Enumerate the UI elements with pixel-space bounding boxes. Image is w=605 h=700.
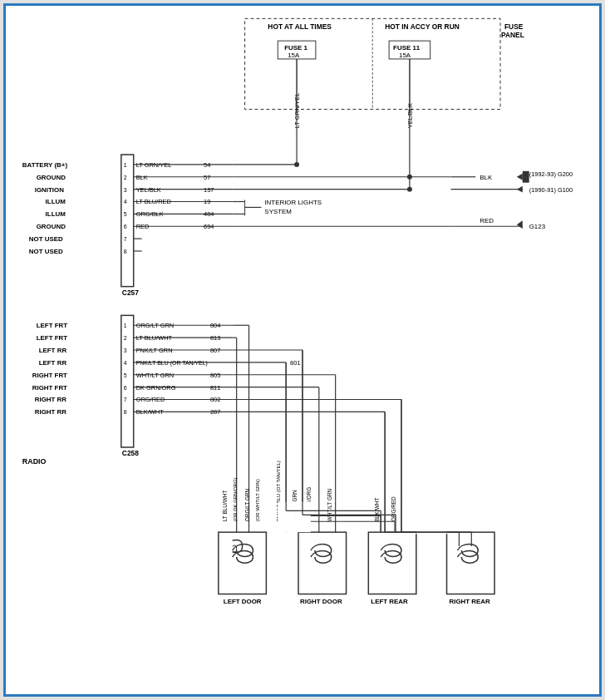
c258-pin3-id: 807 [210,347,220,354]
right-door-label: RIGHT DOOR [300,598,342,605]
left-rr1-label: LEFT RR [39,347,67,354]
fuse11-label: FUSE 11 [393,44,421,52]
right-rr2-label: RIGHT RR [35,408,67,416]
c258-pin8-wire: BLK/WHT [136,408,164,416]
diagram-border: HOT AT ALL TIMES HOT IN ACCY OR RUN FUSE… [3,3,602,697]
svg-text:7: 7 [124,397,127,402]
c258-pin7-wire: ORG/RED [136,396,165,403]
right-rr1-label: RIGHT RR [35,396,67,403]
svg-text:6: 6 [124,385,127,391]
illum2-label: ILLUM [46,210,66,218]
right-rear-wire1: BLK/WHT [374,498,380,522]
left-door-wire2b: (OR WHT/LT GRN) [255,479,260,521]
fuse-panel-label: FUSE [504,22,524,31]
g123-label: G123 [529,223,546,230]
c258-pin4-id: 801 [290,359,300,367]
right-frt1-label: RIGHT FRT [32,372,67,379]
pin4-id: 19 [204,198,210,205]
blk-wire-label: BLK [480,174,493,181]
svg-text:3: 3 [124,187,127,193]
svg-text:5: 5 [124,372,127,378]
right-door-wire2: WHT/LT GRN [327,488,332,521]
battery-label: BATTERY (B+) [22,161,68,169]
pin1-wire: LT GRN/YEL [136,161,172,169]
c258-pin6-wire: DK GRN/ORG [136,384,176,392]
c258-pin1-id: 804 [210,322,220,329]
c258-pin2-wire: LT BLU/WHT [136,334,173,342]
pin5-id: 484 [204,210,214,218]
c258-pin4-wire: PNK/LT BLU (OR TAN/YEL) [136,360,208,367]
not-used1-label: NOT USED [29,235,63,243]
svg-text:1: 1 [124,323,127,328]
interior-lights-label: INTERIOR LIGHTS [264,199,322,206]
svg-text:2: 2 [124,335,127,341]
c258-pin6-id: 811 [210,384,220,392]
left-door-label: LEFT DOOR [224,598,262,605]
pin2-wire: BLK [136,174,148,181]
fuse1-label: FUSE 1 [284,44,307,52]
svg-rect-31 [523,171,529,183]
pin6-id: 694 [204,223,214,230]
c258-pin3-wire: PNK/LT GRN [136,347,173,354]
c258-pin5-wire: WHT/LT GRN [136,372,175,379]
pin5-wire: ORG/BLK [136,210,164,218]
radio-label: RADIO [22,457,47,466]
c258-pin8-id: 287 [210,408,220,416]
svg-text:8: 8 [124,249,127,254]
left-door-wire1b: (OR DK GRN/ORG) [233,477,238,521]
svg-text:5: 5 [124,211,127,217]
svg-text:8: 8 [124,409,127,415]
ignition-label: IGNITION [35,186,64,194]
pin4-wire: LT BLU/RED [136,198,171,205]
fuse1-value: 15A [288,52,300,59]
g200-label: (1992-93) G200 [529,170,573,178]
system-label: SYSTEM [264,208,292,215]
pin2-id: 57 [204,174,210,181]
pin1-id: 54 [204,161,210,169]
c258-pin2-id: 813 [210,334,220,342]
svg-text:4: 4 [124,199,127,205]
left-door-wire1: LT BLU/WHT [222,490,228,522]
ground1-label: GROUND [37,174,66,181]
pin3-wire: YEL/BLK [136,186,161,194]
svg-text:7: 7 [124,236,127,242]
svg-text:3: 3 [124,348,127,353]
pin6-wire: RED [136,223,150,230]
svg-text:PANEL: PANEL [501,31,524,39]
svg-text:6: 6 [124,224,127,229]
left-rr2-label: LEFT RR [39,359,67,367]
left-frt1-label: LEFT FRT [37,322,68,329]
fuse11-value: 15A [399,52,411,59]
svg-text:4: 4 [124,360,127,366]
g100-label: (1990-91) G100 [529,186,573,194]
right-frt2-label: RIGHT FRT [32,384,67,392]
not-used2-label: NOT USED [29,248,63,255]
left-rear-label: LEFT REAR [371,598,408,605]
ground2-label: GROUND [37,223,66,230]
svg-text:2: 2 [124,175,127,180]
c257-label: C257 [122,288,139,297]
svg-point-27 [294,162,299,167]
c258-pin1-wire: ORG/LT GRN [136,322,175,329]
c258-pin7-id: 802 [210,396,220,403]
hot-in-accy-label: HOT IN ACCY OR RUN [385,22,460,31]
c258-pin5-id: 805 [210,372,220,379]
svg-point-35 [407,187,412,192]
pin3-id: 137 [204,186,214,194]
svg-rect-111 [381,533,455,534]
svg-text:1: 1 [124,162,127,168]
red-wire-label: RED [480,217,494,224]
c258-label: C258 [122,449,139,457]
hot-at-all-times-label: HOT AT ALL TIMES [268,22,332,31]
left-door-wire2: ORG/LT GRN [244,488,250,521]
left-frt2-label: LEFT FRT [37,334,68,342]
diagram-container: HOT AT ALL TIMES HOT IN ACCY OR RUN FUSE… [6,6,599,694]
illum1-label: ILLUM [46,198,66,205]
right-rear-label: RIGHT REAR [450,598,491,605]
